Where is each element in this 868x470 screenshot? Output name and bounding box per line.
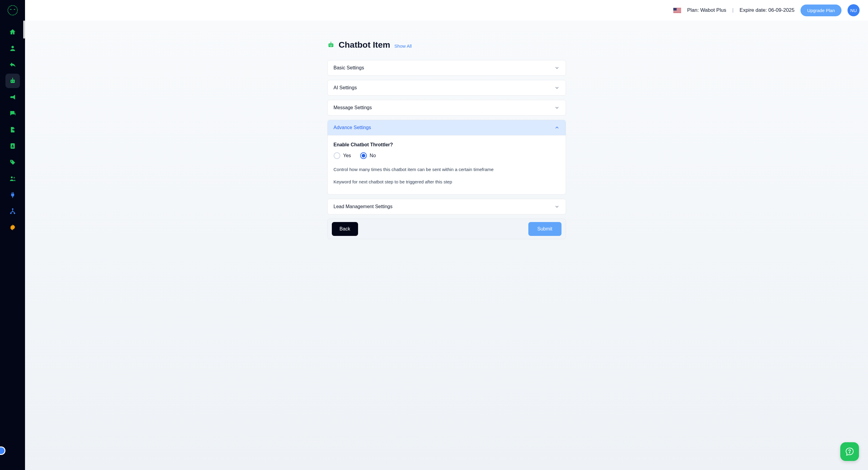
chatbot-title-icon xyxy=(327,41,335,49)
comments-icon xyxy=(9,110,16,117)
home-icon xyxy=(9,28,16,36)
bullhorn-icon xyxy=(9,93,16,101)
tags-icon xyxy=(9,159,16,166)
gear-icon xyxy=(9,224,16,231)
sidebar-item-tags[interactable] xyxy=(5,155,20,170)
reply-icon xyxy=(9,61,16,68)
accordion-ai-settings: AI Settings xyxy=(327,80,566,96)
help-chat-fab[interactable] xyxy=(840,442,859,461)
plan-label: Plan: Wabot Plus xyxy=(687,7,726,13)
svg-point-13 xyxy=(12,208,13,210)
app-logo[interactable] xyxy=(7,4,19,16)
accordion-header-basic[interactable]: Basic Settings xyxy=(328,60,566,76)
svg-point-9 xyxy=(11,161,12,162)
accordion-header-lead[interactable]: Lead Management Settings xyxy=(328,199,566,214)
expire-label: Expire date: 06-09-2025 xyxy=(740,7,795,13)
svg-point-1 xyxy=(11,46,14,48)
svg-rect-25 xyxy=(329,43,333,47)
plug-icon xyxy=(9,191,16,199)
radio-option-yes[interactable]: Yes xyxy=(334,152,351,159)
chevron-down-icon xyxy=(554,204,560,209)
export-icon xyxy=(9,126,16,133)
svg-point-0 xyxy=(8,5,18,15)
accordion-basic-settings: Basic Settings xyxy=(327,60,566,76)
chat-help-icon xyxy=(845,447,855,457)
svg-point-3 xyxy=(11,81,12,82)
svg-rect-28 xyxy=(330,46,332,47)
sitemap-icon xyxy=(9,208,16,215)
svg-point-4 xyxy=(13,81,14,82)
chevron-down-icon xyxy=(554,105,560,110)
sidebar-item-chat[interactable] xyxy=(5,106,20,121)
sidebar-item-team[interactable] xyxy=(5,171,20,186)
throttler-radio-group: Yes No xyxy=(334,152,560,159)
accordion-message-settings: Message Settings xyxy=(327,100,566,116)
svg-point-30 xyxy=(330,41,331,42)
accordion-header-ai[interactable]: AI Settings xyxy=(328,80,566,95)
svg-rect-22 xyxy=(673,11,681,11)
accordion-title: Basic Settings xyxy=(334,65,364,70)
accordion-header-advance[interactable]: Advance Settings xyxy=(328,120,566,135)
accordion-body-advance: Enable Chatbot Throttler? Yes No Control… xyxy=(328,135,566,194)
user-avatar[interactable]: NU xyxy=(847,4,860,16)
sidebar-item-contacts[interactable] xyxy=(5,139,20,153)
us-flag-icon xyxy=(673,8,681,13)
chevron-up-icon xyxy=(554,125,560,130)
address-book-icon xyxy=(9,142,16,150)
svg-point-11 xyxy=(13,177,15,179)
radio-label-no: No xyxy=(370,153,376,158)
sidebar-item-chatbot[interactable] xyxy=(5,74,20,88)
sidebar xyxy=(0,0,25,470)
accordion-header-message[interactable]: Message Settings xyxy=(328,100,566,115)
locale-flag-us[interactable] xyxy=(673,8,681,13)
chevron-down-icon xyxy=(554,65,560,70)
accordion-lead-management: Lead Management Settings xyxy=(327,199,566,214)
submit-button[interactable]: Submit xyxy=(528,222,561,236)
svg-rect-21 xyxy=(673,10,681,11)
svg-point-26 xyxy=(330,45,330,46)
svg-point-10 xyxy=(11,176,13,178)
accordion-title: Lead Management Settings xyxy=(334,204,393,209)
header: Plan: Wabot Plus | Expire date: 06-09-20… xyxy=(25,0,868,21)
svg-rect-2 xyxy=(10,80,15,83)
svg-point-31 xyxy=(849,452,850,453)
pipe-divider: | xyxy=(733,7,734,13)
throttler-label: Enable Chatbot Throttler? xyxy=(334,142,560,148)
accordion-title: Advance Settings xyxy=(334,125,371,130)
page-title-row: Chatbot Item Show All xyxy=(327,40,566,50)
sidebar-item-export[interactable] xyxy=(5,122,20,137)
radio-option-no[interactable]: No xyxy=(360,152,376,159)
page-title: Chatbot Item xyxy=(339,40,390,50)
robot-icon xyxy=(9,77,16,85)
sidebar-item-reply[interactable] xyxy=(5,57,20,72)
svg-point-27 xyxy=(331,45,332,46)
content-area: Chatbot Item Show All Basic Settings AI … xyxy=(25,21,868,470)
chevron-down-icon xyxy=(554,85,560,90)
upgrade-plan-button[interactable]: Upgrade Plan xyxy=(801,4,841,16)
sidebar-item-user[interactable] xyxy=(5,41,20,56)
sidebar-item-flow[interactable] xyxy=(5,204,20,218)
sidebar-scrollbar[interactable] xyxy=(23,21,25,39)
svg-rect-23 xyxy=(673,12,681,12)
accordion-advance-settings: Advance Settings Enable Chatbot Throttle… xyxy=(327,120,566,195)
accordion-title: Message Settings xyxy=(334,105,372,110)
svg-point-14 xyxy=(10,213,11,214)
sidebar-item-campaign[interactable] xyxy=(5,90,20,105)
sidebar-item-integrations[interactable] xyxy=(5,188,20,202)
sidebar-item-settings[interactable] xyxy=(5,220,20,235)
svg-point-6 xyxy=(12,78,13,79)
back-button[interactable]: Back xyxy=(332,222,358,236)
radio-label-yes: Yes xyxy=(343,153,351,158)
svg-point-15 xyxy=(13,213,15,214)
accordion-title: AI Settings xyxy=(334,85,357,90)
users-icon xyxy=(9,175,16,182)
keyword-help-text: Keyword for next chatbot step to be trig… xyxy=(334,179,560,185)
throttler-help-text: Control how many times this chatbot item… xyxy=(334,166,560,173)
show-all-link[interactable]: Show All xyxy=(395,43,412,49)
radio-circle-selected xyxy=(360,152,367,159)
sidebar-item-home[interactable] xyxy=(5,25,20,39)
svg-point-8 xyxy=(12,145,13,146)
form-footer: Back Submit xyxy=(327,219,566,239)
main-wrapper: Plan: Wabot Plus | Expire date: 06-09-20… xyxy=(25,0,868,470)
user-icon xyxy=(9,45,16,52)
